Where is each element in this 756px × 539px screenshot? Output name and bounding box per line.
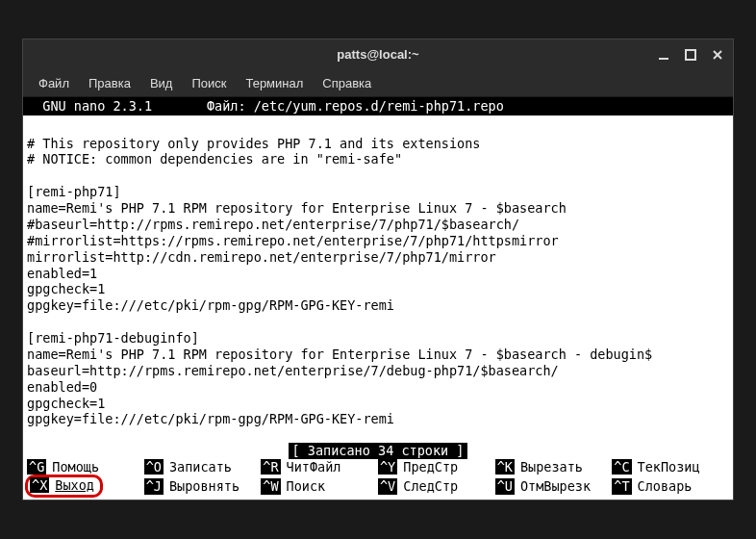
shortcut-ctrl-r[interactable]: ^RЧитФайл xyxy=(261,459,378,475)
menu-search[interactable]: Поиск xyxy=(184,74,234,92)
svg-rect-0 xyxy=(659,58,668,60)
menu-terminal[interactable]: Терминал xyxy=(238,74,311,92)
terminal-window: patts@local:~ Файл Правка Вид Поиск Терм… xyxy=(22,38,734,501)
svg-rect-1 xyxy=(686,50,695,60)
shortcut-ctrl-g[interactable]: ^GПомощь xyxy=(27,459,144,475)
shortcut-ctrl-x[interactable]: ^XВыход xyxy=(27,475,144,498)
status-line: [ Записано 34 строки ] xyxy=(23,443,733,459)
terminal-area[interactable]: GNU nano 2.3.1 Файл: /etc/yum.repos.d/re… xyxy=(23,97,733,500)
shortcut-ctrl-c[interactable]: ^CТекПозиц xyxy=(612,459,729,475)
menu-view[interactable]: Вид xyxy=(142,74,181,92)
shortcut-ctrl-t[interactable]: ^TСловарь xyxy=(612,475,729,498)
shortcut-ctrl-u[interactable]: ^UОтмВырезк xyxy=(495,475,613,498)
status-text: [ Записано 34 строки ] xyxy=(289,443,468,459)
file-content: # This repository only provides PHP 7.1 … xyxy=(23,116,733,443)
shortcut-ctrl-y[interactable]: ^YПредСтр xyxy=(378,459,495,475)
shortcut-ctrl-w[interactable]: ^WПоиск xyxy=(261,475,378,498)
menu-file[interactable]: Файл xyxy=(31,74,77,92)
minimize-button[interactable] xyxy=(656,47,671,63)
nano-header-text: GNU nano 2.3.1 Файл: /etc/yum.repos.d/re… xyxy=(27,98,644,115)
window-controls xyxy=(656,47,725,63)
maximize-button[interactable] xyxy=(683,47,698,63)
window-title: patts@local:~ xyxy=(337,47,418,62)
close-button[interactable] xyxy=(710,47,725,63)
shortcut-ctrl-j[interactable]: ^JВыровнять xyxy=(144,475,262,498)
nano-header: GNU nano 2.3.1 Файл: /etc/yum.repos.d/re… xyxy=(23,97,733,116)
menu-help[interactable]: Справка xyxy=(315,74,379,92)
shortcut-ctrl-o[interactable]: ^OЗаписать xyxy=(144,459,262,475)
menubar: Файл Правка Вид Поиск Терминал Справка xyxy=(23,70,733,97)
shortcuts-bar: ^GПомощь^OЗаписать^RЧитФайл^YПредСтр^KВы… xyxy=(23,459,733,500)
menu-edit[interactable]: Правка xyxy=(81,74,139,92)
titlebar: patts@local:~ xyxy=(23,39,733,70)
shortcut-ctrl-k[interactable]: ^KВырезать xyxy=(495,459,613,475)
shortcut-ctrl-v[interactable]: ^VСледСтр xyxy=(378,475,495,498)
